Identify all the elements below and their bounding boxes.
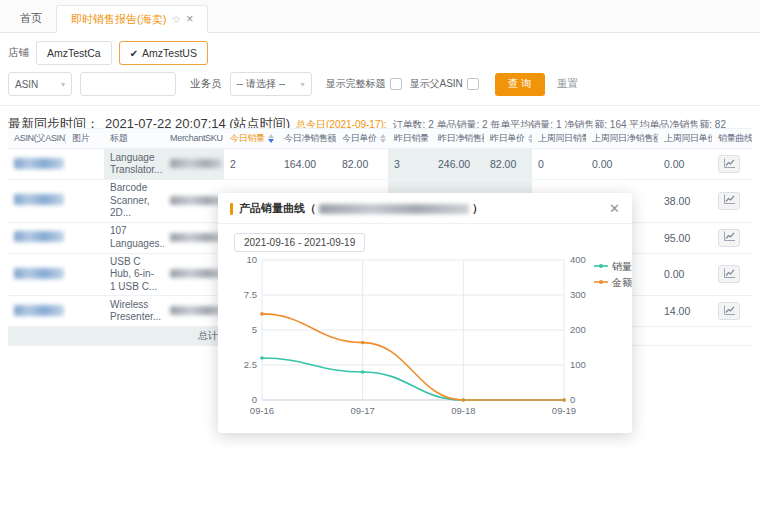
product-title: Language Translator... [104, 149, 164, 180]
sales-curve-button[interactable] [718, 192, 740, 210]
right-axis-tick: 100 [570, 359, 586, 370]
asin-blur [14, 268, 64, 279]
asin-cell [8, 253, 66, 296]
total-cell [658, 327, 712, 346]
table-header-cell[interactable]: 今日净销售额 [278, 129, 336, 149]
table-header-cell[interactable]: 上周同日销量 [532, 129, 586, 149]
table-row: Language Translator...2164.0082.003246.0… [8, 149, 752, 180]
modal-body: 2021-09-16 - 2021-09-19 02.557.510010020… [218, 224, 632, 428]
tab-home[interactable]: 首页 [6, 4, 56, 32]
sort-carets-icon[interactable] [380, 134, 386, 143]
image-cell [66, 180, 104, 223]
table-header-cell[interactable]: 上周同日净销售额 [586, 129, 658, 149]
table-header-cell[interactable]: 今日销量 [224, 129, 278, 149]
show-full-title-option[interactable]: 显示完整标题 [326, 77, 402, 91]
table-cell: 0 [532, 149, 586, 180]
sort-carets-icon[interactable] [268, 134, 274, 143]
search-input[interactable] [80, 72, 176, 96]
tab-report[interactable]: 即时销售报告(海卖) ☆ × [56, 5, 208, 33]
sales-curve-button[interactable] [718, 155, 740, 173]
sku-cell [164, 180, 224, 223]
data-point [361, 370, 365, 374]
curve-cell [712, 222, 752, 253]
tab-close-icon[interactable]: × [186, 12, 193, 26]
date-range-input[interactable]: 2021-09-16 - 2021-09-19 [234, 233, 365, 252]
legend-dot-icon[interactable] [599, 264, 603, 268]
image-cell [66, 296, 104, 327]
search-type-value: ASIN [15, 79, 38, 90]
data-point [361, 341, 365, 345]
curve-cell [712, 149, 752, 180]
salesman-label: 业务员 [190, 77, 222, 91]
salesman-value: -- 请选择 -- [237, 77, 286, 91]
left-axis-tick: 5 [252, 324, 257, 335]
modal-title-prefix: 产品销量曲线（ [239, 201, 316, 216]
tab-bar: 首页 即时销售报告(海卖) ☆ × [0, 0, 760, 33]
table-header-cell[interactable]: 今日单价 [336, 129, 388, 149]
caret-down-icon: ▾ [300, 80, 304, 89]
series-line-金额 [262, 314, 564, 400]
table-header-cell[interactable]: 昨日单价 [484, 129, 532, 149]
shop-button-label: AmzTestUS [142, 47, 197, 59]
table-header-cell[interactable]: 昨日销量 [388, 129, 432, 149]
shop-filter-row: 店铺 AmzTestCa ✔ AmzTestUS [8, 41, 760, 65]
image-cell [66, 149, 104, 180]
search-type-select[interactable]: ASIN ▾ [8, 72, 72, 96]
curve-cell [712, 180, 752, 223]
sales-curve-button[interactable] [718, 229, 740, 247]
modal-close-icon[interactable]: ✕ [609, 202, 620, 215]
salesman-select[interactable]: -- 请选择 -- ▾ [230, 72, 312, 96]
table-header-cell[interactable]: 昨日净销售额 [432, 129, 484, 149]
modal-header: 产品销量曲线（ ） ✕ [218, 193, 632, 224]
modal-title-suffix: ） [472, 201, 483, 216]
sku-blur [170, 306, 222, 315]
total-cell [712, 327, 752, 346]
asin-blur [14, 158, 64, 169]
data-point [562, 398, 566, 402]
table-cell: 82.00 [336, 149, 388, 180]
sku-blur [170, 269, 222, 278]
left-axis-tick: 7.5 [244, 289, 257, 300]
sales-curve-button[interactable] [718, 302, 740, 320]
table-cell: 38.00 [658, 180, 712, 223]
shop-button-label: AmzTestCa [47, 47, 101, 59]
reset-button[interactable]: 重置 [557, 77, 578, 91]
right-axis-tick: 300 [570, 289, 586, 300]
asin-cell [8, 222, 66, 253]
sort-carets-icon[interactable] [528, 134, 532, 143]
shop-button-amztestus[interactable]: ✔ AmzTestUS [119, 41, 208, 65]
left-axis-tick: 0 [252, 394, 257, 405]
sku-cell [164, 222, 224, 253]
tab-home-label: 首页 [20, 11, 42, 26]
chart-line-icon [723, 305, 736, 318]
chart-line-icon [723, 268, 736, 281]
x-axis-tick: 09-17 [351, 405, 375, 416]
right-axis-tick: 200 [570, 324, 586, 335]
legend-item-销量[interactable]: 销量 [611, 261, 632, 272]
series-line-销量 [262, 358, 564, 400]
shop-button-amztestca[interactable]: AmzTestCa [36, 41, 112, 65]
show-parent-asin-option[interactable]: 显示父ASIN [410, 77, 479, 91]
product-title: 107 Languages... [104, 222, 164, 253]
data-point [260, 312, 264, 316]
asin-blur [14, 231, 64, 242]
table-cell: 246.00 [432, 149, 484, 180]
show-parent-asin-label: 显示父ASIN [410, 77, 463, 91]
checkbox-show-parent-asin[interactable] [467, 78, 479, 90]
left-axis-tick: 10 [246, 254, 257, 265]
search-filter-row: ASIN ▾ 业务员 -- 请选择 -- ▾ 显示完整标题 显示父ASIN 查 … [8, 72, 760, 96]
query-button[interactable]: 查 询 [495, 73, 545, 96]
table-cell: 82.00 [484, 149, 532, 180]
legend-dot-icon[interactable] [599, 280, 603, 284]
table-header-cell: 标题 [104, 129, 164, 149]
table-header-row: ASIN(父ASIN)图片标题MerchantSKU今日销量今日净销售额今日单价… [8, 129, 752, 149]
check-icon: ✔ [130, 48, 138, 59]
table-header-cell[interactable]: 上周同日单价 [658, 129, 712, 149]
product-title: Barcode Scanner, 2D... [104, 180, 164, 223]
sales-curve-button[interactable] [718, 265, 740, 283]
checkbox-show-full-title[interactable] [390, 78, 402, 90]
table-header-cell[interactable]: ASIN(父ASIN) [8, 129, 66, 149]
legend-item-金额[interactable]: 金额 [611, 277, 632, 288]
table-header-cell[interactable]: MerchantSKU [164, 129, 224, 149]
star-icon[interactable]: ☆ [171, 13, 181, 26]
